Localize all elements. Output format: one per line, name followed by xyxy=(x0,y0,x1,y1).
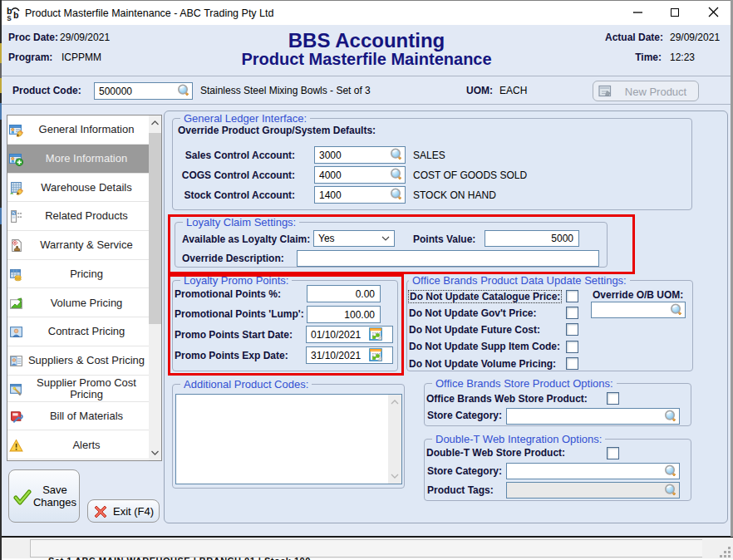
svg-text:b: b xyxy=(13,11,19,21)
svg-text:s: s xyxy=(7,14,12,22)
